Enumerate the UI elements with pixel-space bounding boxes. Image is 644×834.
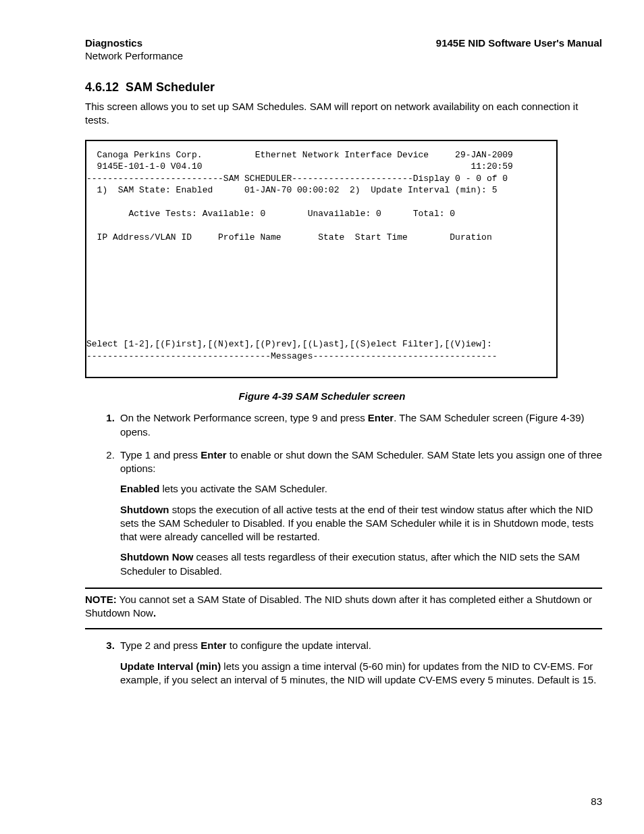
option-shutdown-now: Shutdown Now ceases all tests regardless… <box>120 550 602 578</box>
option-update-interval: Update Interval (min) lets you assign a … <box>120 660 602 687</box>
step-text: Type 2 and press <box>120 640 200 651</box>
note-period: . <box>153 607 156 619</box>
option-text: lets you activate the SAM Scheduler. <box>159 483 327 494</box>
page: Diagnostics 9145E NID Software User's Ma… <box>0 0 644 834</box>
step-text: to configure the update interval. <box>227 640 371 651</box>
section-number: 4.6.12 <box>85 80 119 94</box>
terminal-line: Canoga Perkins Corp. Ethernet Network In… <box>86 150 513 160</box>
terminal-screenshot: Canoga Perkins Corp. Ethernet Network In… <box>85 140 558 379</box>
header-left: Diagnostics <box>85 37 142 49</box>
keyword-enter: Enter <box>200 449 226 461</box>
keyword-enter: Enter <box>368 412 394 423</box>
terminal-line: IP Address/VLAN ID Profile Name State St… <box>86 232 492 242</box>
section-heading: 4.6.12 SAM Scheduler <box>85 80 602 95</box>
terminal-content: Canoga Perkins Corp. Ethernet Network In… <box>86 149 556 363</box>
note-label: NOTE: <box>85 594 117 605</box>
terminal-line: 9145E-101-1-0 V04.10 11:20:59 <box>86 161 513 172</box>
terminal-line: Select [1-2],[(F)irst],[(N)ext],[(P)rev]… <box>86 339 492 349</box>
step-text: On the Network Performance screen, type … <box>120 412 368 423</box>
step-1: On the Network Performance screen, type … <box>117 411 602 439</box>
header-right: 9145E NID Software User's Manual <box>436 37 602 49</box>
figure-caption: Figure 4-39 SAM Scheduler screen <box>42 390 602 402</box>
option-label: Shutdown Now <box>120 551 193 563</box>
step-list: On the Network Performance screen, type … <box>85 411 602 578</box>
terminal-line: --------------------------SAM SCHEDULER-… <box>86 174 508 184</box>
header-sub: Network Performance <box>85 50 602 61</box>
keyword-enter: Enter <box>200 640 226 651</box>
step-3: Type 2 and press Enter to configure the … <box>117 639 602 687</box>
note-rule-top <box>85 588 602 589</box>
page-number: 83 <box>591 796 602 807</box>
section-intro: This screen allows you to set up SAM Sch… <box>85 100 602 128</box>
terminal-line: -----------------------------------Messa… <box>86 351 498 361</box>
step-text: Type 1 and press <box>120 449 200 461</box>
terminal-line: Active Tests: Available: 0 Unavailable: … <box>86 209 455 219</box>
step-list-cont: Type 2 and press Enter to configure the … <box>85 639 602 687</box>
note-rule-bottom <box>85 628 602 629</box>
section-title-text: SAM Scheduler <box>126 80 215 94</box>
step-2: Type 1 and press Enter to enable or shut… <box>117 448 602 578</box>
note-text: You cannot set a SAM State of Disabled. … <box>85 594 592 619</box>
note-block: NOTE: You cannot set a SAM State of Disa… <box>85 593 602 621</box>
option-text: stops the execution of all active tests … <box>120 504 593 543</box>
option-label: Enabled <box>120 483 159 494</box>
running-header: Diagnostics 9145E NID Software User's Ma… <box>85 37 602 49</box>
terminal-line: 1) SAM State: Enabled 01-JAN-70 00:00:02… <box>86 185 498 195</box>
option-label: Update Interval (min) <box>120 660 221 672</box>
option-enabled: Enabled lets you activate the SAM Schedu… <box>120 482 602 496</box>
option-label: Shutdown <box>120 504 169 515</box>
option-shutdown: Shutdown stops the execution of all acti… <box>120 503 602 544</box>
